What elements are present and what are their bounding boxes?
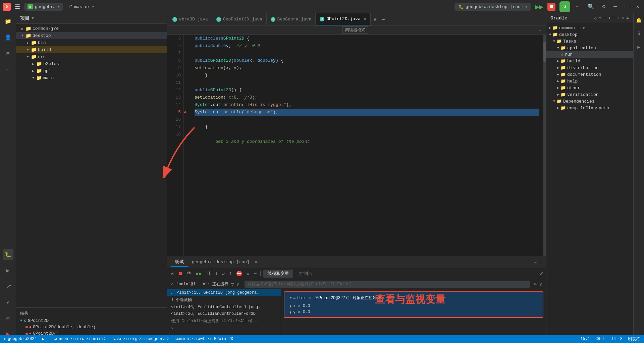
struct-item-class[interactable]: ▼ C GPoint2D bbox=[16, 318, 167, 324]
gradle-item-documentation[interactable]: ▶ 📁 documentation bbox=[546, 71, 633, 78]
project-icon[interactable]: 📁 bbox=[3, 16, 13, 27]
gradle-right-icon[interactable]: G bbox=[635, 30, 643, 38]
vcs-icon[interactable]: 👤 bbox=[3, 32, 13, 43]
tree-item-gpl[interactable]: ▶ 📁 gpl bbox=[16, 67, 167, 74]
pause-btn[interactable]: ⏸ bbox=[205, 270, 212, 277]
tab-console[interactable]: 控制台 bbox=[295, 270, 316, 278]
close-button[interactable]: ✕ bbox=[634, 3, 641, 11]
callstack-item-1[interactable]: ↵ <init>:15, GPoint2D (org.geogebra. bbox=[167, 289, 281, 296]
thread-filter-icon[interactable]: ▽ bbox=[231, 282, 234, 287]
debug-left-icon[interactable]: 🐛 bbox=[3, 249, 13, 260]
search-button[interactable]: 🔍 bbox=[586, 3, 596, 11]
gradle-item-common-jre[interactable]: ▶ 📁 common-jre bbox=[546, 24, 633, 31]
add-watch-btn[interactable]: ⊕ bbox=[534, 282, 537, 287]
gradle-download-btn[interactable]: ⬇ bbox=[608, 15, 611, 21]
callstack-item-2[interactable]: <init>:46, EuclidianControllerD (org. bbox=[167, 304, 281, 310]
thread-dropdown-icon[interactable]: ∨ bbox=[236, 282, 239, 287]
tab-geogebra[interactable]: J GeoGebra.java bbox=[267, 13, 316, 25]
tree-item-e2etest[interactable]: ▶ 📁 e2eTest bbox=[16, 60, 167, 67]
debug-title-tab[interactable]: 调试 bbox=[171, 258, 188, 267]
gradle-add-btn[interactable]: + bbox=[599, 15, 601, 21]
tab-close-gpoint2d[interactable]: ✕ bbox=[364, 16, 366, 21]
more-debug-btn[interactable]: ⋯ bbox=[253, 270, 258, 278]
gradle-item-tasks[interactable]: ▼ 📁 Tasks bbox=[546, 38, 633, 45]
branch-selector[interactable]: ⎇ master ∨ bbox=[67, 4, 94, 9]
more-tools-icon[interactable]: ⋯ bbox=[3, 64, 13, 75]
tree-item-build[interactable]: ▼ 📁 build bbox=[16, 46, 167, 53]
editor-scrollbar-thumb[interactable] bbox=[543, 42, 546, 62]
tree-item-common-jre[interactable]: ▶ 📁 common-jre bbox=[16, 25, 167, 32]
status-breadcrumb[interactable]: □ common > □ src > □ main > □ java > □ o… bbox=[50, 337, 233, 342]
gradle-item-compileclasspath[interactable]: ▶ 📁 compileClasspath bbox=[546, 105, 633, 111]
expand-debug-btn[interactable]: ⤢ bbox=[540, 271, 543, 276]
gradle-item-desktop[interactable]: ▼ 📁 desktop bbox=[546, 31, 633, 38]
callstack-item-hidden[interactable]: 1 个隐藏帧 bbox=[167, 296, 281, 304]
close-run-tab[interactable]: ✕ bbox=[255, 260, 257, 265]
thread-label[interactable]: "main"@1...n": 正在运行 bbox=[176, 281, 228, 287]
resume-btn[interactable]: ▶▶ bbox=[195, 270, 203, 278]
tab-gpoint2d[interactable]: J GPoint2D.java ✕ bbox=[316, 13, 371, 25]
status-encoding[interactable]: UTF-8 bbox=[610, 336, 623, 342]
gradle-item-application[interactable]: ▼ 📁 application bbox=[546, 45, 633, 51]
gradle-item-dependencies[interactable]: ▼ 📁 Dependencies bbox=[546, 98, 633, 105]
var-collapse-arrow[interactable]: ▼ bbox=[290, 296, 292, 300]
settings-button[interactable]: ⚙ bbox=[600, 3, 608, 11]
breakpoints-btn[interactable]: ⛔ bbox=[235, 270, 244, 278]
gradle-item-build[interactable]: ▶ 📁 build bbox=[546, 58, 633, 64]
gradle-more-btn[interactable]: ▶ bbox=[627, 15, 629, 21]
tab-threads-vars[interactable]: 线程和变量 bbox=[263, 270, 293, 278]
code-content[interactable]: public class GPoint2D { public double y;… bbox=[191, 35, 543, 256]
gradle-refresh-btn[interactable]: ↺ bbox=[594, 15, 597, 21]
notification-icon[interactable]: 🔔 bbox=[635, 16, 643, 24]
app-name-selector[interactable]: g geogebra ∨ bbox=[24, 3, 63, 11]
tree-item-desktop[interactable]: ▼ 📁 desktop bbox=[16, 32, 167, 39]
plugins-icon[interactable]: ⊞ bbox=[3, 48, 13, 59]
stop-debug-btn[interactable]: ⏹ bbox=[177, 270, 184, 277]
run-left-icon[interactable]: ▶ bbox=[3, 265, 13, 276]
debug-collapse-icon[interactable]: — bbox=[539, 260, 542, 265]
run-button[interactable]: ▶▶ bbox=[535, 3, 543, 11]
git-left-icon[interactable]: ⎇ bbox=[3, 281, 13, 292]
tab-options-button[interactable]: ⋯ bbox=[379, 16, 388, 23]
more-options-button[interactable]: ⋯ bbox=[574, 3, 582, 11]
restore-button[interactable]: □ bbox=[623, 3, 630, 10]
run-tab-label[interactable]: geogebra:desktop [run] bbox=[188, 258, 254, 266]
status-vcs[interactable]: ⊙ geogebra2024 bbox=[4, 337, 37, 342]
stop-button[interactable]: ⏹ bbox=[547, 3, 555, 11]
var-y-item[interactable]: ℹ y = 0.0 bbox=[287, 309, 540, 315]
gradle-item-help[interactable]: ▶ 📁 help bbox=[546, 78, 633, 84]
expression-search[interactable]: 对表达式求值(Enter)或添加监视(Ctrl+Shift+Enter) bbox=[245, 281, 530, 288]
terminal-left-icon[interactable]: ⊟ bbox=[3, 313, 13, 324]
step-out-btn[interactable]: ↑ bbox=[228, 270, 233, 277]
callstack-item-3[interactable]: <init>:26, EuclidianControllerFor3D bbox=[167, 310, 281, 317]
restart-debug-btn[interactable]: ↺ bbox=[170, 270, 175, 278]
gradle-item-distribution[interactable]: ▶ 📁 distribution bbox=[546, 64, 633, 71]
gradle-link-btn[interactable]: ⊞ bbox=[613, 15, 615, 21]
gradle-up-btn[interactable]: ↑ bbox=[618, 15, 620, 21]
status-position[interactable]: 15:1 bbox=[580, 336, 590, 342]
tree-item-bin[interactable]: ▶ 📁 bin bbox=[16, 39, 167, 46]
gradle-close-btn[interactable]: ✕ bbox=[622, 15, 625, 21]
step-over-btn[interactable]: ↓ bbox=[214, 270, 219, 277]
hamburger-menu[interactable]: ☰ bbox=[13, 2, 21, 12]
reader-mode-button[interactable]: 阅读器模式 bbox=[342, 26, 368, 34]
gradle-remove-btn[interactable]: — bbox=[603, 15, 606, 21]
gradle-item-verification[interactable]: ▶ 📁 verification bbox=[546, 91, 633, 98]
gradle-item-run[interactable]: ⚙ run bbox=[546, 51, 633, 58]
callstack-close-hint[interactable]: ✕ bbox=[167, 325, 281, 332]
watch-dropdown-btn[interactable]: ∨ bbox=[539, 282, 542, 287]
tree-item-main[interactable]: ▼ 📁 main bbox=[16, 74, 167, 81]
tab-more-button[interactable]: ∨ bbox=[371, 16, 379, 23]
mute-breakpoints-btn[interactable]: 👁 bbox=[186, 270, 193, 277]
status-linesep[interactable]: CRLF bbox=[595, 336, 605, 342]
debug-more-icon[interactable]: ⋯ bbox=[534, 260, 537, 265]
status-format[interactable]: 制表符 bbox=[628, 336, 640, 342]
tab-geopoint3d[interactable]: J GeoPoint3D.java bbox=[212, 13, 267, 25]
gradle-item-other[interactable]: ▶ 📁 other bbox=[546, 84, 633, 91]
evaluate-btn[interactable]: ✏ bbox=[246, 270, 251, 278]
step-into-btn[interactable]: ↙ bbox=[221, 270, 226, 278]
project-dropdown-icon[interactable]: ▼ bbox=[32, 16, 34, 21]
profile-button[interactable]: G bbox=[559, 1, 570, 12]
problems-left-icon[interactable]: ⚡ bbox=[3, 297, 13, 308]
minimize-button[interactable]: — bbox=[611, 3, 619, 10]
